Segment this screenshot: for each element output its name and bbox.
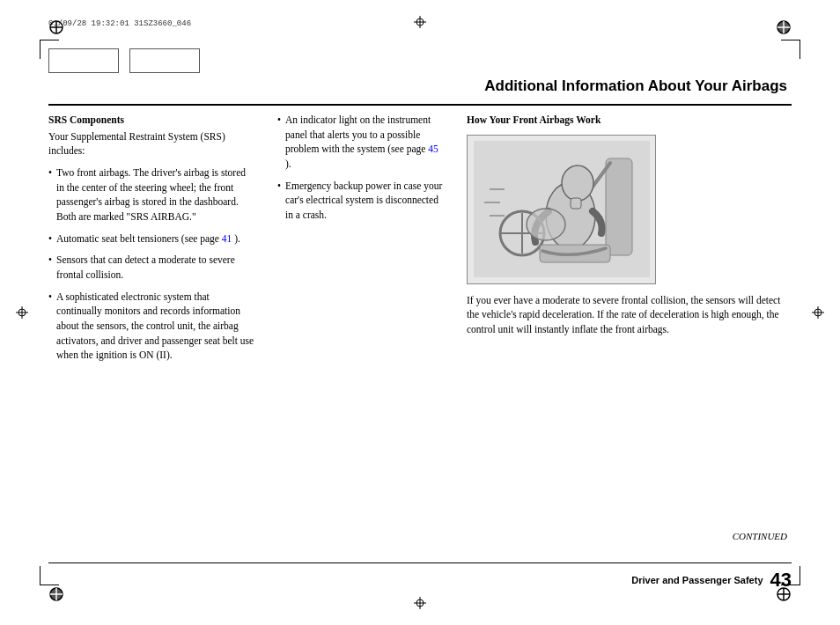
svg-point-28 bbox=[562, 165, 593, 201]
svg-point-33 bbox=[527, 209, 565, 240]
middle-bullet-text-1: An indicator light on the instrument pan… bbox=[285, 113, 445, 172]
reg-mark-top bbox=[414, 16, 426, 28]
srs-intro: Your Supplemental Restraint System (SRS)… bbox=[48, 129, 255, 158]
corner-bracket-tr bbox=[781, 40, 800, 59]
bullet-dot-4: • bbox=[48, 290, 52, 363]
bullet-dot-2: • bbox=[48, 232, 52, 246]
srs-heading: SRS Components bbox=[48, 113, 255, 128]
middle-bullet-1: • An indicator light on the instrument p… bbox=[277, 113, 445, 172]
middle-bullet-text-2: Emergency backup power in case your car'… bbox=[285, 179, 445, 223]
bottom-footer: Driver and Passenger Safety 43 bbox=[48, 562, 792, 592]
bullet-1: • Two front airbags. The driver's airbag… bbox=[48, 165, 255, 224]
svg-rect-29 bbox=[571, 198, 581, 209]
page: 01/09/28 19:32:01 31SZ3660_046 Additiona… bbox=[0, 0, 840, 625]
reg-mark-left bbox=[16, 306, 28, 319]
print-mark-tr bbox=[776, 19, 792, 39]
content-area: SRS Components Your Supplemental Restrai… bbox=[48, 113, 792, 563]
bullet-text-1: Two front airbags. The driver's airbag i… bbox=[56, 165, 255, 224]
title-rule bbox=[48, 104, 792, 106]
top-metadata: 01/09/28 19:32:01 31SZ3660_046 bbox=[48, 19, 191, 28]
bullet-text-3: Sensors that can detect a moderate to se… bbox=[56, 253, 255, 282]
reg-mark-bottom bbox=[414, 597, 426, 609]
middle-bullet-dot-2: • bbox=[277, 179, 281, 223]
svg-rect-25 bbox=[606, 158, 632, 255]
top-button-2[interactable] bbox=[129, 48, 200, 73]
bullet-dot-3: • bbox=[48, 253, 52, 282]
footer-section-label: Driver and Passenger Safety bbox=[631, 575, 763, 585]
top-button-1[interactable] bbox=[48, 48, 119, 73]
right-heading: How Your Front Airbags Work bbox=[467, 113, 792, 128]
right-column: How Your Front Airbags Work bbox=[453, 113, 792, 563]
page-title: Additional Information About Your Airbag… bbox=[484, 77, 787, 95]
link-page-45[interactable]: 45 bbox=[428, 143, 438, 154]
middle-column: • An indicator light on the instrument p… bbox=[264, 113, 453, 563]
bullet-3: • Sensors that can detect a moderate to … bbox=[48, 253, 255, 282]
footer-page-number: 43 bbox=[770, 569, 792, 592]
continued-label: CONTINUED bbox=[733, 531, 787, 541]
middle-bullet-2: • Emergency backup power in case your ca… bbox=[277, 179, 445, 223]
bullet-text-4: A sophisticated electronic system that c… bbox=[56, 290, 255, 363]
middle-bullet-dot-1: • bbox=[277, 113, 281, 172]
bullet-4: • A sophisticated electronic system that… bbox=[48, 290, 255, 363]
bullet-2: • Automatic seat belt tensioners (see pa… bbox=[48, 232, 255, 246]
top-buttons-area bbox=[48, 48, 200, 73]
right-body-text: If you ever have a moderate to severe fr… bbox=[467, 293, 792, 337]
link-page-41[interactable]: 41 bbox=[222, 233, 232, 244]
left-column: SRS Components Your Supplemental Restrai… bbox=[48, 113, 264, 563]
reg-mark-right bbox=[812, 306, 824, 319]
airbag-illustration bbox=[467, 135, 656, 284]
bullet-text-2: Automatic seat belt tensioners (see page… bbox=[56, 232, 240, 246]
bullet-dot-1: • bbox=[48, 165, 52, 224]
